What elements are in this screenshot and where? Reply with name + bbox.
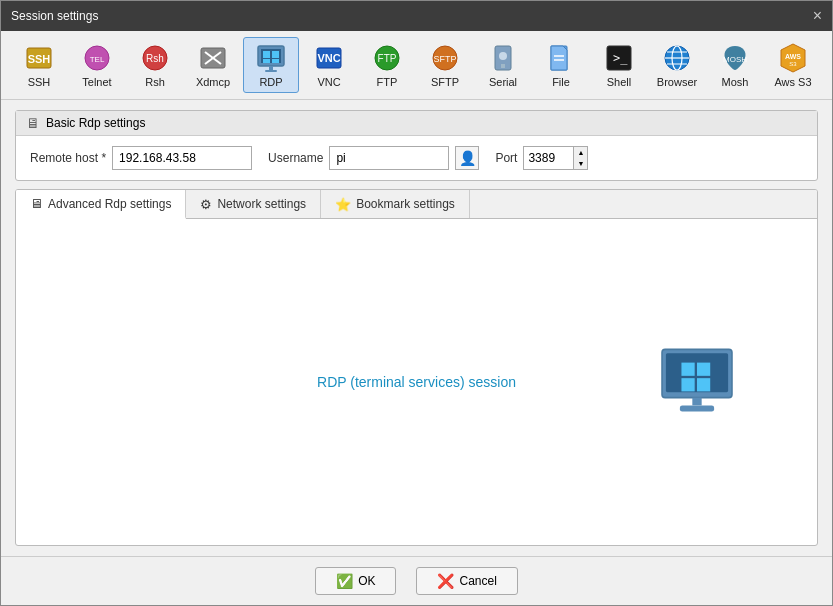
tab-advanced[interactable]: 🖥Advanced Rdp settings [16, 190, 186, 219]
toolbar-label-file: File [552, 76, 570, 88]
svg-text:FTP: FTP [378, 53, 397, 64]
toolbar-btn-ssh[interactable]: SSHSSH [11, 37, 67, 93]
username-group: Username 👤 [268, 146, 479, 170]
basic-settings-icon: 🖥 [26, 115, 40, 131]
svg-text:S3: S3 [789, 61, 797, 67]
toolbar-label-vnc: VNC [317, 76, 340, 88]
toolbar-btn-rdp[interactable]: RDP [243, 37, 299, 93]
toolbar-btn-rsh[interactable]: RshRsh [127, 37, 183, 93]
toolbar-btn-telnet[interactable]: TELTelnet [69, 37, 125, 93]
cancel-label: Cancel [459, 574, 496, 588]
username-label: Username [268, 151, 323, 165]
session-settings-dialog: Session settings × SSHSSHTELTelnetRshRsh… [0, 0, 833, 606]
toolbar-label-xdmcp: Xdmcp [196, 76, 230, 88]
toolbar-label-aws_s3: Aws S3 [774, 76, 811, 88]
toolbar-label-mosh: Mosh [722, 76, 749, 88]
basic-settings-body: Remote host * Username 👤 Port ▲ [16, 136, 817, 180]
port-input[interactable] [523, 146, 573, 170]
toolbar-btn-browser[interactable]: Browser [649, 37, 705, 93]
shell-icon: >_ [603, 42, 635, 74]
toolbar-label-shell: Shell [607, 76, 631, 88]
svg-rect-43 [681, 363, 694, 376]
svg-rect-15 [269, 66, 273, 70]
toolbar-btn-serial[interactable]: Serial [475, 37, 531, 93]
svg-rect-45 [681, 378, 694, 391]
basic-settings-label: Basic Rdp settings [46, 116, 145, 130]
spinner-buttons: ▲ ▼ [573, 146, 588, 170]
toolbar-label-serial: Serial [489, 76, 517, 88]
svg-rect-13 [263, 59, 270, 63]
svg-rect-48 [680, 405, 714, 411]
aws_s3-icon: AWSS3 [777, 42, 809, 74]
remote-host-input[interactable] [112, 146, 252, 170]
ssh-icon: SSH [23, 42, 55, 74]
ok-icon: ✅ [336, 573, 353, 589]
svg-rect-44 [697, 363, 710, 376]
tabs-section: 🖥Advanced Rdp settings⚙Network settings⭐… [15, 189, 818, 546]
tab-advanced-icon: 🖥 [30, 196, 43, 211]
svg-rect-25 [501, 64, 505, 68]
cancel-button[interactable]: ❌ Cancel [416, 567, 517, 595]
tab-bookmark[interactable]: ⭐Bookmark settings [321, 190, 470, 218]
toolbar-btn-vnc[interactable]: VNCVNC [301, 37, 357, 93]
remote-host-label: Remote host * [30, 151, 106, 165]
tab-bookmark-icon: ⭐ [335, 197, 351, 212]
toolbar-label-ssh: SSH [28, 76, 51, 88]
tab-bookmark-label: Bookmark settings [356, 197, 455, 211]
port-group: Port ▲ ▼ [495, 146, 588, 170]
close-button[interactable]: × [813, 8, 822, 24]
svg-rect-47 [692, 398, 701, 406]
rsh-icon: Rsh [139, 42, 171, 74]
svg-text:TEL: TEL [90, 55, 105, 64]
username-input[interactable] [329, 146, 449, 170]
toolbar-label-sftp: SFTP [431, 76, 459, 88]
toolbar-label-browser: Browser [657, 76, 697, 88]
svg-rect-14 [272, 59, 279, 63]
port-increment-button[interactable]: ▲ [574, 147, 587, 158]
mosh-icon: MOSH [719, 42, 751, 74]
xdmcp-icon [197, 42, 229, 74]
basic-settings-section: 🖥 Basic Rdp settings Remote host * Usern… [15, 110, 818, 181]
toolbar-label-rsh: Rsh [145, 76, 165, 88]
serial-icon [487, 42, 519, 74]
title-bar: Session settings × [1, 1, 832, 31]
svg-rect-46 [697, 378, 710, 391]
toolbar-btn-file[interactable]: File [533, 37, 589, 93]
remote-host-group: Remote host * [30, 146, 252, 170]
toolbar-btn-aws_s3[interactable]: AWSS3Aws S3 [765, 37, 821, 93]
browser-icon [661, 42, 693, 74]
cancel-icon: ❌ [437, 573, 454, 589]
toolbar-btn-xdmcp[interactable]: Xdmcp [185, 37, 241, 93]
ftp-icon: FTP [371, 42, 403, 74]
rdp-icon [255, 42, 287, 74]
toolbar-btn-sftp[interactable]: SFTPSFTP [417, 37, 473, 93]
rdp-monitor-icon [657, 346, 737, 419]
svg-text:SSH: SSH [28, 53, 51, 65]
svg-rect-11 [263, 51, 270, 58]
tab-network[interactable]: ⚙Network settings [186, 190, 321, 218]
svg-text:MOSH: MOSH [723, 55, 747, 64]
port-spinner: ▲ ▼ [523, 146, 588, 170]
toolbar-label-telnet: Telnet [82, 76, 111, 88]
sftp-icon: SFTP [429, 42, 461, 74]
bottom-bar: ✅ OK ❌ Cancel [1, 556, 832, 605]
toolbar-btn-shell[interactable]: >_Shell [591, 37, 647, 93]
toolbar-btn-ftp[interactable]: FTPFTP [359, 37, 415, 93]
port-decrement-button[interactable]: ▼ [574, 158, 587, 169]
ok-button[interactable]: ✅ OK [315, 567, 396, 595]
toolbar-label-ftp: FTP [377, 76, 398, 88]
svg-rect-12 [272, 51, 279, 58]
telnet-icon: TEL [81, 42, 113, 74]
ok-label: OK [358, 574, 375, 588]
user-picker-button[interactable]: 👤 [455, 146, 479, 170]
svg-point-24 [499, 52, 507, 60]
tab-network-icon: ⚙ [200, 197, 212, 212]
svg-text:AWS: AWS [785, 53, 801, 60]
tab-content: RDP (terminal services) session [16, 219, 817, 545]
toolbar-btn-mosh[interactable]: MOSHMosh [707, 37, 763, 93]
vnc-icon: VNC [313, 42, 345, 74]
svg-text:SFTP: SFTP [433, 54, 456, 64]
svg-text:VNC: VNC [317, 52, 340, 64]
rdp-description: RDP (terminal services) session [317, 374, 516, 390]
svg-marker-27 [551, 46, 567, 70]
